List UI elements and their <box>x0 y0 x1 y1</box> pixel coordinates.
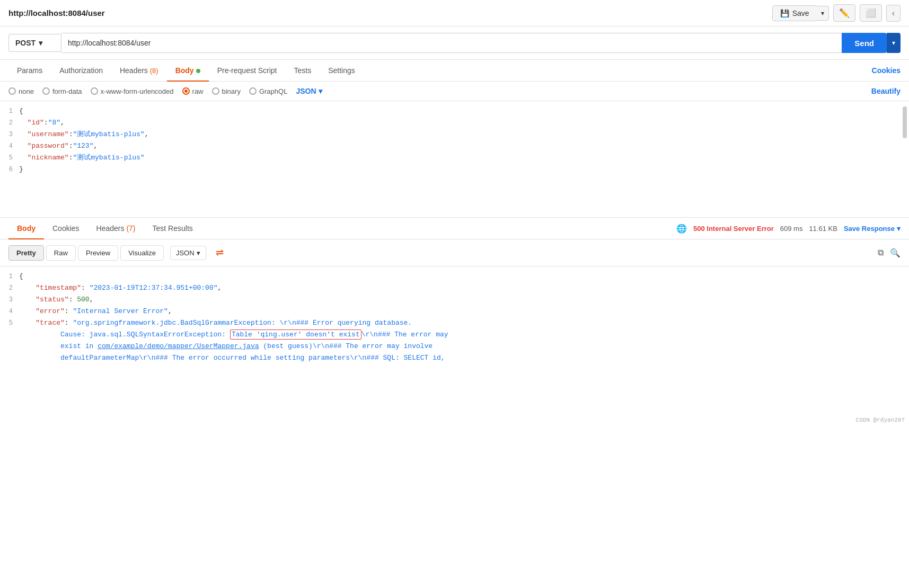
req-line-4: 4 "password":"123", <box>0 140 909 152</box>
req-line-3: 3 "username":"测试mybatis-plus", <box>0 129 909 140</box>
resp-icons: ⧉ 🔍 <box>878 248 901 258</box>
radio-urlencoded[interactable]: x-www-form-urlencoded <box>91 87 174 95</box>
resp-subtab-pretty[interactable]: Pretty <box>8 245 44 261</box>
highlight-error-box: Table 'qing.user' doesn't exist <box>230 329 361 340</box>
save-button[interactable]: 💾 Save <box>772 5 817 21</box>
radio-formdata-circle <box>42 87 50 95</box>
top-bar: http://localhost:8084/user 💾 Save ▾ ✏️ ⬜… <box>0 0 909 26</box>
tab-headers[interactable]: Headers (8) <box>111 60 167 81</box>
send-label: Send <box>854 39 874 48</box>
body-active-dot <box>196 69 200 73</box>
req-line-1: 1 { <box>0 105 909 117</box>
response-time: 609 ms <box>780 225 803 233</box>
occurred-text: occurred <box>214 354 246 362</box>
response-status: 500 Internal Server Error <box>693 225 774 233</box>
nav-back-button[interactable]: ‹ <box>886 5 901 22</box>
beautify-button[interactable]: Beautify <box>871 87 901 95</box>
layout-icon-button[interactable]: ⬜ <box>860 4 882 22</box>
req-line-6: 6 } <box>0 164 909 175</box>
json-chevron-icon: ▾ <box>319 87 322 95</box>
save-chevron-button[interactable]: ▾ <box>817 6 829 21</box>
method-chevron-icon: ▾ <box>39 39 42 47</box>
radio-raw[interactable]: raw <box>182 87 204 95</box>
body-type-bar: none form-data x-www-form-urlencoded raw… <box>0 82 909 101</box>
globe-icon: 🌐 <box>676 224 687 234</box>
resp-tab-body[interactable]: Body <box>8 218 44 239</box>
tab-settings[interactable]: Settings <box>320 60 364 81</box>
radio-raw-circle <box>182 87 190 95</box>
resp-subtab-preview[interactable]: Preview <box>78 245 118 261</box>
resp-line-2: 2 "timestamp": "2023-01-19T12:37:34.951+… <box>0 282 909 294</box>
req-line-2: 2 "id":"8", <box>0 117 909 129</box>
response-meta: 🌐 500 Internal Server Error 609 ms 11.61… <box>676 224 901 234</box>
radio-graphql-circle <box>249 87 257 95</box>
resp-tab-testresults[interactable]: Test Results <box>144 218 201 239</box>
tab-body[interactable]: Body <box>167 60 209 81</box>
response-size: 11.61 KB <box>809 225 837 233</box>
radio-urlencoded-circle <box>91 87 98 95</box>
send-button[interactable]: Send <box>842 33 887 53</box>
save-response-chevron-icon: ▾ <box>897 225 901 233</box>
cookies-link[interactable]: Cookies <box>872 66 901 75</box>
tab-authorization[interactable]: Authorization <box>51 60 111 81</box>
resp-line-3: 3 "status": 500, <box>0 294 909 306</box>
radio-none[interactable]: none <box>8 87 34 95</box>
save-label: Save <box>792 9 809 17</box>
radio-binary-circle <box>212 87 219 95</box>
search-icon[interactable]: 🔍 <box>890 248 901 258</box>
resp-line-1: 1 { <box>0 271 909 282</box>
request-tab-bar: Params Authorization Headers (8) Body Pr… <box>0 60 909 82</box>
resp-format-select[interactable]: JSON ▾ <box>170 246 206 260</box>
response-tab-bar: Body Cookies Headers (7) Test Results 🌐 … <box>0 218 909 239</box>
url-input[interactable] <box>61 33 842 53</box>
response-code-area[interactable]: 1 { 2 "timestamp": "2023-01-19T12:37:34.… <box>0 266 909 425</box>
tab-prerequest[interactable]: Pre-request Script <box>209 60 286 81</box>
resp-subtab-raw[interactable]: Raw <box>46 245 76 261</box>
editor-scrollbar[interactable] <box>903 106 907 138</box>
edit-icon-button[interactable]: ✏️ <box>833 4 855 22</box>
tab-tests[interactable]: Tests <box>285 60 320 81</box>
request-bar: POST ▾ Send ▾ <box>0 26 909 60</box>
method-label: POST <box>15 39 36 47</box>
resp-line-5: 5 "trace": "org.springframework.jdbc.Bad… <box>0 317 909 364</box>
tab-params[interactable]: Params <box>8 60 51 81</box>
method-select[interactable]: POST ▾ <box>8 34 61 52</box>
copy-icon[interactable]: ⧉ <box>878 248 884 257</box>
resp-line-4: 4 "error": "Internal Server Error", <box>0 306 909 317</box>
save-response-button[interactable]: Save Response ▾ <box>844 225 901 233</box>
request-code-editor[interactable]: 1 { 2 "id":"8", 3 "username":"测试mybatis-… <box>0 101 909 218</box>
radio-binary[interactable]: binary <box>212 87 241 95</box>
radio-formdata[interactable]: form-data <box>42 87 82 95</box>
resp-subtab-visualize[interactable]: Visualize <box>120 245 164 261</box>
save-icon: 💾 <box>780 9 789 17</box>
wrap-lines-button[interactable]: ⇌ <box>208 244 231 262</box>
radio-graphql[interactable]: GraphQL <box>249 87 287 95</box>
top-bar-actions: 💾 Save ▾ ✏️ ⬜ ‹ <box>772 4 901 22</box>
radio-none-circle <box>8 87 16 95</box>
send-chevron-button[interactable]: ▾ <box>887 33 901 53</box>
resp-format-chevron-icon: ▾ <box>197 249 200 257</box>
watermark: CSDN @rdyan297 <box>856 417 905 423</box>
json-format-select[interactable]: JSON ▾ <box>296 87 322 95</box>
req-line-5: 5 "nickname":"测试mybatis-plus" <box>0 152 909 164</box>
resp-tab-headers[interactable]: Headers (7) <box>88 218 144 239</box>
resp-tab-cookies[interactable]: Cookies <box>44 218 88 239</box>
response-section: Body Cookies Headers (7) Test Results 🌐 … <box>0 218 909 425</box>
top-bar-url: http://localhost:8084/user <box>8 8 105 17</box>
mapper-file-link[interactable]: com/example/demo/mapper/UserMapper.java <box>98 342 259 350</box>
response-subtab-bar: Pretty Raw Preview Visualize JSON ▾ ⇌ ⧉ … <box>0 239 909 266</box>
